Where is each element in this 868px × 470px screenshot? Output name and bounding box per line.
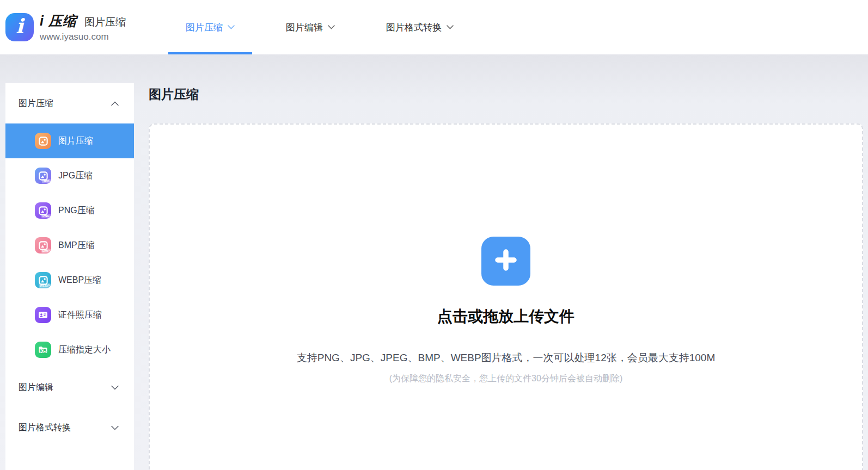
add-files-button[interactable] [481,237,530,286]
logo-text: i 压缩 图片压缩 www.iyasuo.com [40,12,126,42]
sidebar-item-webp-compress[interactable]: WEBP WEBP压缩 [5,263,134,298]
sidebar-item-bmp-compress[interactable]: BMP BMP压缩 [5,228,134,263]
privacy-note: (为保障您的隐私安全，您上传的文件30分钟后会被自动删除) [389,373,622,385]
sidebar: 图片压缩 图片压缩 JPG JPG压缩 PNG PNG压缩 BMP BMP压缩 [5,83,134,470]
nav-label: 图片编辑 [286,21,323,34]
sidebar-section-image-edit[interactable]: 图片编辑 [5,367,134,407]
sidebar-item-jpg-compress[interactable]: JPG JPG压缩 [5,158,134,193]
kb-label: KB [40,348,47,353]
chevron-down-icon [328,25,335,29]
sidebar-item-png-compress[interactable]: PNG PNG压缩 [5,193,134,228]
product-name: 图片压缩 [84,15,126,29]
format-badge: JPG [42,179,51,183]
website-url: www.iyasuo.com [40,32,126,42]
sidebar-item-label: BMP压缩 [58,240,95,251]
nav-label: 图片压缩 [186,21,223,34]
supported-formats-note: 支持PNG、JPG、JPEG、BMP、WEBP图片格式，一次可以处理12张，会员… [297,351,716,365]
sidebar-item-id-photo-compress[interactable]: 证件照压缩 [5,298,134,332]
top-nav: 图片压缩 图片编辑 图片格式转换 [168,0,471,54]
sidebar-item-label: JPG压缩 [58,170,93,182]
site-logo[interactable]: i i 压缩 图片压缩 www.iyasuo.com [5,12,126,42]
format-badge: WEBP [39,283,51,288]
chevron-down-icon [228,25,235,29]
section-label: 图片格式转换 [19,422,71,434]
nav-item-image-compress[interactable]: 图片压缩 [168,0,252,54]
sidebar-item-label: 证件照压缩 [58,310,102,321]
kb-size-icon: KB [35,342,51,358]
nav-item-image-edit[interactable]: 图片编辑 [268,0,352,54]
chevron-down-icon [111,385,119,390]
section-label: 图片压缩 [19,98,53,109]
nav-item-format-convert[interactable]: 图片格式转换 [369,0,471,54]
id-photo-icon [35,307,51,323]
webp-compress-icon: WEBP [35,272,51,288]
sidebar-item-label: PNG压缩 [58,205,95,217]
format-badge: BMP [41,249,51,253]
sidebar-item-compress-to-size[interactable]: KB 压缩指定大小 [5,332,134,367]
sidebar-item-label: 压缩指定大小 [58,344,111,356]
plus-icon [493,247,519,275]
jpg-compress-icon: JPG [35,168,51,184]
section-label: 图片编辑 [19,382,53,393]
chevron-down-icon [447,25,454,29]
brand-i-icon: i [5,13,34,41]
sidebar-section-format-convert[interactable]: 图片格式转换 [5,407,134,448]
sidebar-item-image-compress[interactable]: 图片压缩 [5,123,134,158]
upload-dropzone[interactable]: 点击或拖放上传文件 支持PNG、JPG、JPEG、BMP、WEBP图片格式，一次… [149,123,863,470]
nav-label: 图片格式转换 [386,21,442,34]
png-compress-icon: PNG [35,202,51,219]
image-compress-icon [35,133,51,149]
upload-heading: 点击或拖放上传文件 [437,306,574,327]
chevron-down-icon [111,425,119,430]
format-badge: PNG [41,214,51,218]
page-title: 图片压缩 [149,86,199,103]
sidebar-section-image-compress[interactable]: 图片压缩 [5,83,134,123]
top-header: i i 压缩 图片压缩 www.iyasuo.com 图片压缩 图片编辑 图片格… [0,0,868,54]
sidebar-item-label: 图片压缩 [58,135,93,147]
chevron-up-icon [111,101,119,106]
sidebar-item-label: WEBP压缩 [58,275,101,286]
bmp-compress-icon: BMP [35,237,51,253]
brand-name: i 压缩 [40,12,77,30]
